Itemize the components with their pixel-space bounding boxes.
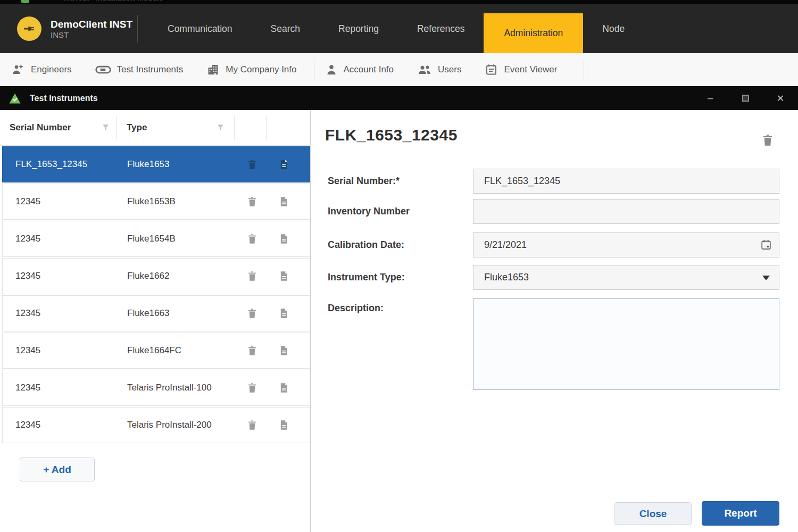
inventory-number-label: Inventory Number <box>328 199 410 224</box>
column-header-type[interactable]: Type <box>127 122 147 133</box>
delete-icon[interactable] <box>246 307 258 320</box>
instrument-type-dropdown[interactable]: Fluke1653 <box>473 265 779 290</box>
delete-icon[interactable] <box>246 232 258 245</box>
building-icon <box>206 63 220 76</box>
maximize-icon <box>742 95 749 102</box>
client-text: DemoClient INST INST <box>51 18 132 40</box>
calibration-date-field[interactable] <box>473 232 779 257</box>
main-navbar: DemoClient INST INST Communication Searc… <box>0 4 798 53</box>
toolbar-divider-2 <box>584 59 584 81</box>
description-field[interactable] <box>473 298 779 390</box>
delete-instrument-icon[interactable] <box>761 132 775 148</box>
admin-toolbar: Engineers Test Instruments My Company In… <box>0 53 798 86</box>
serial-number-field[interactable] <box>473 169 779 194</box>
table-row[interactable]: 12345 Fluke1663 <box>2 295 310 331</box>
delete-icon[interactable] <box>246 344 258 357</box>
window-title: Test Instruments <box>30 94 98 103</box>
instrument-rows: FLK_1653_12345 Fluke1653 12345 Fluke1653… <box>0 146 310 444</box>
os-titlebar: TruTest - Installation Module <box>0 0 798 4</box>
toolbar-event-viewer-label: Event Viewer <box>504 64 557 75</box>
table-row[interactable]: 12345 Telaris ProInstall-200 <box>2 407 310 443</box>
nav-references[interactable]: References <box>398 4 484 53</box>
delete-icon[interactable] <box>246 270 258 282</box>
report-document-icon[interactable] <box>278 344 289 357</box>
row-type: Telaris ProInstall-200 <box>127 420 212 430</box>
report-document-icon[interactable] <box>278 195 289 208</box>
table-row[interactable]: 12345 Fluke1653B <box>2 184 310 220</box>
toolbar-users[interactable]: Users <box>417 63 461 76</box>
toolbar-engineers[interactable]: Engineers <box>12 63 72 76</box>
row-serial: 12345 <box>15 271 40 281</box>
toolbar-my-company-info-label: My Company Info <box>226 64 296 75</box>
report-document-icon[interactable] <box>278 381 289 394</box>
row-serial: 12345 <box>15 234 40 244</box>
client-subtitle: INST <box>51 30 132 39</box>
row-serial: FLK_1653_12345 <box>15 159 87 170</box>
add-instrument-button[interactable]: + Add <box>20 458 95 481</box>
report-document-icon[interactable] <box>278 419 289 431</box>
nav-divider <box>137 15 138 43</box>
toolbar-account-info[interactable]: Account Info <box>325 63 394 76</box>
table-row[interactable]: FLK_1653_12345 Fluke1653 <box>2 146 310 182</box>
table-row[interactable]: 12345 Fluke1664FC <box>2 332 310 369</box>
close-button[interactable]: ✕ <box>763 86 798 110</box>
report-document-icon[interactable] <box>278 232 289 245</box>
list-header: Serial Number Type <box>0 110 310 146</box>
row-type: Fluke1663 <box>127 308 169 319</box>
row-type: Fluke1664FC <box>127 345 181 356</box>
nav-search[interactable]: Search <box>252 4 319 53</box>
filter-icon[interactable] <box>101 123 110 132</box>
report-document-icon[interactable] <box>278 307 289 320</box>
application-window: TruTest - Installation Module DemoClient… <box>0 0 798 532</box>
row-serial: 12345 <box>15 196 40 207</box>
nav-node[interactable]: Node <box>583 4 644 53</box>
column-divider <box>266 115 267 140</box>
filter-icon[interactable] <box>216 123 225 132</box>
instrument-icon <box>95 65 111 74</box>
report-button[interactable]: Report <box>702 501 779 526</box>
event-calendar-icon <box>485 63 498 76</box>
table-row[interactable]: 12345 Fluke1662 <box>2 258 310 294</box>
nav-administration[interactable]: Administration <box>484 13 583 53</box>
row-type: Telaris ProInstall-100 <box>127 383 212 393</box>
report-document-icon[interactable] <box>278 158 289 171</box>
delete-icon[interactable] <box>246 419 258 431</box>
toolbar-test-instruments-label: Test Instruments <box>117 64 184 75</box>
inventory-number-field[interactable] <box>473 199 779 224</box>
maximize-button[interactable] <box>728 86 763 110</box>
row-serial: 12345 <box>15 383 40 393</box>
toolbar-my-company-info[interactable]: My Company Info <box>206 63 296 76</box>
table-row[interactable]: 12345 Fluke1654B <box>2 221 310 257</box>
person-icon <box>325 63 338 76</box>
detail-title: FLK_1653_12345 <box>325 126 458 144</box>
toolbar-divider <box>314 59 314 81</box>
toolbar-event-viewer[interactable]: Event Viewer <box>485 63 557 76</box>
column-header-serial[interactable]: Serial Number <box>10 122 71 133</box>
table-row[interactable]: 12345 Telaris ProInstall-100 <box>2 370 310 406</box>
app-logo-icon <box>21 0 29 3</box>
toolbar-engineers-label: Engineers <box>31 64 72 75</box>
chevron-down-icon <box>762 276 770 280</box>
column-divider <box>116 115 117 140</box>
client-brand: DemoClient INST INST <box>0 4 137 53</box>
row-serial: 12345 <box>15 420 40 430</box>
delete-icon[interactable] <box>246 195 258 208</box>
toolbar-test-instruments[interactable]: Test Instruments <box>95 64 184 75</box>
serial-number-row: Serial Number:* <box>328 169 779 194</box>
row-type: Fluke1654B <box>127 234 176 244</box>
close-detail-button[interactable]: Close <box>614 502 692 525</box>
window-content: Serial Number Type FLK_1653_12345 Fluke1… <box>0 110 798 532</box>
row-type: Fluke1662 <box>127 271 169 281</box>
column-divider <box>234 115 235 140</box>
report-document-icon[interactable] <box>278 270 289 282</box>
nav-communication[interactable]: Communication <box>148 4 252 53</box>
delete-icon[interactable] <box>246 158 258 171</box>
instrument-detail-panel: FLK_1653_12345 Serial Number:* Inventory… <box>311 110 798 532</box>
delete-icon[interactable] <box>246 381 258 394</box>
nav-reporting[interactable]: Reporting <box>319 4 398 53</box>
row-type: Fluke1653B <box>127 196 176 207</box>
toolbar-users-label: Users <box>438 64 461 75</box>
minimize-button[interactable]: – <box>693 86 728 110</box>
instrument-type-value: Fluke1653 <box>484 272 529 283</box>
description-row: Description: <box>328 298 779 390</box>
